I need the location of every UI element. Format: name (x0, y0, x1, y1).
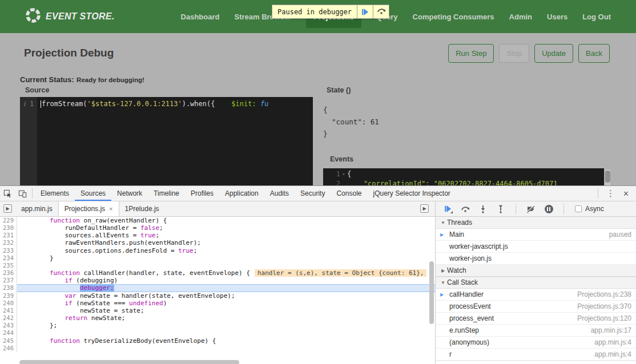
call-stack-section-header[interactable]: ▼ Call Stack (436, 277, 636, 289)
code-line: 231 sources.allEvents = true; (0, 232, 435, 239)
stack-frame-processevent[interactable]: processEventProjections.js:370 (436, 301, 636, 313)
line-number[interactable]: 234 (0, 254, 17, 262)
vertical-scrollbar-thumb[interactable] (429, 261, 434, 324)
horizontal-scrollbar-thumb[interactable] (19, 360, 239, 364)
devtools-tab-sources[interactable]: Sources (75, 186, 111, 201)
code-text[interactable] (17, 262, 435, 269)
events-scrollbar-thumb[interactable] (605, 171, 610, 183)
toolbar-separator (598, 188, 598, 199)
line-number[interactable]: 237 (0, 277, 17, 284)
device-toolbar-icon[interactable] (15, 186, 30, 201)
toggle-sidebar-icon[interactable]: ▶ (420, 204, 429, 213)
events-editor[interactable]: 1▾{2 "correlationId": "06202702-8827-446… (323, 168, 604, 185)
code-token: newState = state; (19, 307, 144, 314)
devtools-tab-audits[interactable]: Audits (264, 186, 295, 201)
inspect-element-icon[interactable] (0, 186, 15, 201)
devtools-tab-security[interactable]: Security (295, 186, 331, 201)
line-number[interactable]: 236 (0, 269, 17, 277)
code-editor[interactable]: 229 function on_raw(eventHandler) {230 r… (0, 217, 435, 352)
code-text[interactable]: debugger; (17, 284, 435, 292)
resume-script-button[interactable] (442, 204, 453, 213)
code-text[interactable]: function on_raw(eventHandler) { (17, 217, 435, 224)
step-over-button[interactable] (373, 5, 389, 18)
stack-frame-anonymous[interactable]: (anonymous)app.min.js:4 (436, 337, 636, 349)
code-text[interactable]: var newState = handler(state, eventEnvel… (17, 292, 435, 300)
code-text[interactable]: rawEventHandlers.push(eventHandler); (17, 239, 435, 246)
watch-section-header[interactable]: ▶ Watch (436, 265, 636, 277)
code-text[interactable]: }; (17, 322, 435, 329)
async-checkbox[interactable] (575, 205, 582, 212)
stack-frame-callhandler[interactable]: ➤callHandlerProjections.js:238 (436, 289, 636, 301)
devtools-tab-network[interactable]: Network (111, 186, 148, 201)
devtools-close-icon[interactable]: ✕ (621, 189, 636, 198)
file-tab-1prelude-js[interactable]: 1Prelude.js (119, 201, 165, 216)
code-text[interactable] (17, 345, 435, 352)
devtools-tab-console[interactable]: Console (331, 186, 367, 201)
fold-arrow-icon[interactable]: ▾ (340, 169, 347, 179)
line-number[interactable]: 240 (0, 300, 17, 307)
step-over-button[interactable] (460, 204, 470, 213)
resume-script-button[interactable] (357, 5, 373, 18)
line-number[interactable]: 244 (0, 329, 17, 337)
devtools-tab-application[interactable]: Application (219, 186, 264, 201)
line-number[interactable]: 233 (0, 247, 17, 254)
line-number[interactable]: 239 (0, 292, 17, 300)
line-number[interactable]: 242 (0, 314, 17, 322)
code-text[interactable]: if (debugging) (17, 277, 435, 284)
devtools-tab-profiles[interactable]: Profiles (185, 186, 219, 201)
threads-section-header[interactable]: ▼ Threads (436, 217, 636, 229)
back-button[interactable]: Back (578, 44, 610, 63)
frame-location: app.min.js:17 (591, 325, 636, 336)
file-tab-app-min-js[interactable]: app.min.js (15, 201, 58, 216)
line-number[interactable]: 238 (0, 284, 17, 292)
line-number[interactable]: 231 (0, 232, 17, 239)
code-token: runDefaultHandler = (19, 224, 140, 232)
run-step-button[interactable]: Run Step (448, 44, 494, 63)
line-number[interactable]: 230 (0, 224, 17, 232)
line-number[interactable]: 235 (0, 262, 17, 269)
thread-item-worker-javascript-js[interactable]: worker-javascript.js (436, 241, 636, 253)
stack-frame-e-runstep[interactable]: e.runStepapp.min.js:17 (436, 325, 636, 337)
code-text[interactable]: newState = state; (17, 307, 435, 314)
step-into-button[interactable] (478, 204, 488, 213)
source-editor[interactable]: i 1 fromStream('$stats-127.0.0.1:2113').… (20, 97, 313, 185)
step-out-button[interactable] (496, 204, 506, 213)
code-text[interactable]: return newState; (17, 314, 435, 322)
line-number[interactable]: 243 (0, 322, 17, 329)
stack-frame-r[interactable]: rapp.min.js:4 (436, 349, 636, 361)
nav-item-log-out[interactable]: Log Out (582, 13, 611, 21)
code-text[interactable]: runDefaultHandler = false; (17, 224, 435, 232)
deactivate-breakpoints-button[interactable] (526, 204, 536, 213)
close-tab-icon[interactable]: × (109, 205, 112, 212)
nav-item-competing-consumers[interactable]: Competing Consumers (413, 13, 494, 21)
line-number[interactable]: 245 (0, 337, 17, 345)
devtools-tab-jquery-selector-inspector[interactable]: jQuery Selector Inspector (367, 186, 456, 201)
stack-frame-process-event[interactable]: process_eventProjections.js:120 (436, 313, 636, 325)
code-text[interactable]: function callHandler(handler, state, eve… (17, 269, 435, 277)
code-line: 233 sources.options.definesFold = true; (0, 247, 435, 254)
devtools-menu-icon[interactable]: ⋮ (601, 188, 621, 199)
update-button[interactable]: Update (534, 44, 573, 63)
thread-item-worker-json-js[interactable]: worker-json.js (436, 253, 636, 265)
pause-on-exceptions-button[interactable] (544, 204, 554, 213)
code-text[interactable] (17, 329, 435, 337)
code-text[interactable]: sources.options.definesFold = true; (17, 247, 435, 254)
show-navigator-icon[interactable]: ▶ (3, 204, 12, 213)
code-text[interactable]: function tryDeserializeBody(eventEnvelop… (17, 337, 435, 345)
nav-item-dashboard[interactable]: Dashboard (181, 13, 220, 21)
line-number[interactable]: 232 (0, 239, 17, 246)
thread-item-main[interactable]: ➤Mainpaused (436, 229, 636, 241)
nav-item-users[interactable]: Users (547, 13, 567, 21)
code-text[interactable]: if (newState === undefined) (17, 300, 435, 307)
nav-item-admin[interactable]: Admin (509, 13, 532, 21)
event-store-logo[interactable]: EVENT STORE. (25, 7, 115, 26)
line-number[interactable]: 246 (0, 345, 17, 352)
code-text[interactable]: } (17, 254, 435, 262)
frame-location: Projections.js:238 (577, 289, 636, 300)
devtools-tab-timeline[interactable]: Timeline (148, 186, 185, 201)
line-number[interactable]: 229 (0, 217, 17, 224)
devtools-tab-elements[interactable]: Elements (35, 186, 75, 201)
file-tab-projections-js[interactable]: Projections.js× (58, 201, 119, 216)
line-number[interactable]: 241 (0, 307, 17, 314)
code-text[interactable]: sources.allEvents = true; (17, 232, 435, 239)
